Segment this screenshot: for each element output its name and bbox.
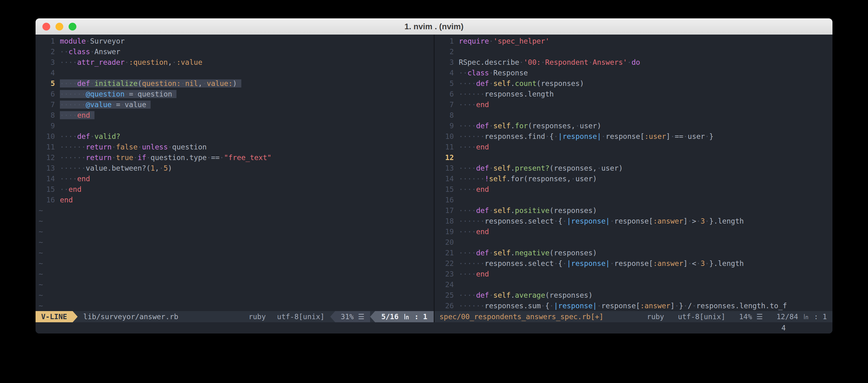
code-line[interactable]: 4	[35, 68, 434, 78]
desktop: { "window": { "title": "1. nvim . (nvim)…	[0, 0, 868, 383]
line-number: 7	[35, 99, 60, 110]
code-text: ····end	[459, 270, 489, 278]
visual-selection: ····end	[60, 111, 94, 119]
line-number: 9	[435, 120, 459, 131]
code-line[interactable]: 7······@value·=·value	[35, 99, 434, 110]
code-line[interactable]: 11····end	[435, 142, 833, 152]
code-text: ······return·false·unless·question	[60, 143, 207, 151]
line-number: 15	[35, 184, 60, 195]
code-text: ······@value·=·value	[60, 101, 151, 109]
code-line[interactable]: 7····end	[435, 99, 833, 110]
empty-buffer-line: ~	[35, 258, 434, 269]
code-text: ····def·self.average(responses)	[459, 291, 593, 299]
code-line[interactable]: 19····end	[435, 227, 833, 237]
code-line[interactable]: 12	[435, 152, 833, 163]
titlebar[interactable]: 1. nvim . (nvim)	[35, 19, 833, 35]
code-line[interactable]: 10····def·valid?	[35, 131, 434, 142]
empty-buffer-line: ~	[35, 205, 434, 216]
code-text: ····attr_reader·:question,·:value	[60, 58, 203, 66]
code-line[interactable]: 2	[435, 46, 833, 57]
powerline-separator-icon	[73, 311, 78, 322]
tilde-marker: ~	[35, 291, 43, 299]
tilde-marker: ~	[35, 302, 43, 310]
code-line[interactable]: 24	[435, 279, 833, 290]
code-text: ····end	[459, 101, 489, 109]
minimize-button[interactable]	[56, 23, 63, 31]
empty-buffer-line: ~	[35, 269, 434, 279]
command-line[interactable]: 4	[35, 322, 833, 334]
code-line[interactable]: 15····end	[435, 184, 833, 195]
code-line[interactable]: 4··class·Response	[435, 68, 833, 78]
line-number: 20	[435, 237, 459, 248]
code-text: ··end	[60, 185, 82, 194]
code-line[interactable]: 8····end	[35, 110, 434, 120]
traffic-lights	[42, 19, 76, 35]
code-line[interactable]: 13······value.between?(1,·5)	[35, 163, 434, 173]
code-line[interactable]: 26······responses.sum·{·|response|·respo…	[435, 301, 833, 311]
code-text: ····end	[60, 175, 90, 183]
cursor-position-left: 5/16 ㏑ : 1	[375, 311, 434, 322]
tilde-marker: ~	[35, 228, 43, 236]
editor-splits: 1module·Surveyor2··class·Answer3····attr…	[35, 35, 833, 311]
code-line[interactable]: 6······responses.length	[435, 89, 833, 99]
line-number: 25	[435, 290, 459, 301]
code-line[interactable]: 22······responses.select·{·|response|·re…	[435, 258, 833, 269]
line-number: 23	[435, 269, 459, 279]
filetype-right: ruby	[647, 313, 664, 321]
code-line[interactable]: 17····def·self.positive(responses)	[435, 205, 833, 216]
code-line[interactable]: 18······responses.select·{·|response|·re…	[435, 216, 833, 227]
code-line[interactable]: 20	[435, 237, 833, 248]
code-line[interactable]: 14····end	[35, 173, 434, 184]
left-pane-code[interactable]: 1module·Surveyor2··class·Answer3····attr…	[35, 35, 435, 311]
line-number: 2	[435, 46, 459, 57]
code-line[interactable]: 12······return·true·if·question.type·==·…	[35, 152, 434, 163]
close-button[interactable]	[42, 23, 50, 31]
code-line[interactable]: 15··end	[35, 184, 434, 195]
code-line[interactable]: 23····end	[435, 269, 833, 279]
line-number: 22	[435, 258, 459, 269]
statuslines: V-LINE lib/surveyor/answer.rb ruby utf-8…	[35, 311, 833, 322]
code-line[interactable]: 25····def·self.average(responses)	[435, 290, 833, 301]
code-line[interactable]: 8	[435, 110, 833, 120]
code-text: ····end	[459, 185, 489, 194]
code-line[interactable]: 13····def·self.present?(responses,·user)	[435, 163, 833, 173]
code-line[interactable]: 10······responses.find·{·|response|·resp…	[435, 131, 833, 142]
code-line[interactable]: 3RSpec.describe·'00:·Respondent·Answers'…	[435, 57, 833, 68]
line-number: 1	[435, 36, 459, 46]
scroll-percent-left: 31% ☰	[335, 311, 370, 322]
code-text: module·Surveyor	[60, 37, 125, 45]
code-text: end	[60, 196, 73, 204]
code-line[interactable]: 9	[35, 120, 434, 131]
code-text: ····end	[459, 228, 489, 236]
code-line[interactable]: 6······@question·=·question	[35, 89, 434, 99]
code-text: ····def·valid?	[60, 132, 120, 140]
code-line[interactable]: 21····def·self.negative(responses)	[435, 248, 833, 258]
code-text: ······!self.for(responses,·user)	[459, 175, 597, 183]
statusline-left: V-LINE lib/surveyor/answer.rb ruby utf-8…	[35, 311, 435, 322]
code-line[interactable]: 2··class·Answer	[35, 46, 434, 57]
line-number: 11	[35, 142, 60, 152]
code-line[interactable]: 1require·'spec_helper'	[435, 36, 833, 46]
code-line[interactable]: 16end	[35, 195, 434, 205]
zoom-button[interactable]	[69, 23, 76, 31]
code-line[interactable]: 11······return·false·unless·question	[35, 142, 434, 152]
code-line[interactable]: 1module·Surveyor	[35, 36, 434, 46]
line-number: 4	[35, 68, 60, 78]
mode-indicator: V-LINE	[35, 311, 73, 322]
line-number: 13	[35, 163, 60, 173]
window-title: 1. nvim . (nvim)	[404, 22, 463, 31]
code-line[interactable]: 9····def·self.for(responses,·user)	[435, 120, 833, 131]
line-number: 7	[435, 99, 459, 110]
code-line[interactable]: 5····def·initialize(question:·nil,·value…	[35, 78, 434, 89]
code-line[interactable]: 16	[435, 195, 833, 205]
tilde-marker: ~	[35, 270, 43, 278]
code-line[interactable]: 5····def·self.count(responses)	[435, 78, 833, 89]
empty-buffer-line: ~	[35, 301, 434, 311]
right-pane-code[interactable]: 1require·'spec_helper'23RSpec.describe·'…	[435, 35, 833, 311]
line-number: 6	[35, 89, 60, 99]
code-text: ······responses.sum·{·|response|·respons…	[459, 302, 787, 310]
empty-buffer-line: ~	[35, 290, 434, 301]
line-number: 19	[435, 227, 459, 237]
code-line[interactable]: 3····attr_reader·:question,·:value	[35, 57, 434, 68]
code-line[interactable]: 14······!self.for(responses,·user)	[435, 173, 833, 184]
